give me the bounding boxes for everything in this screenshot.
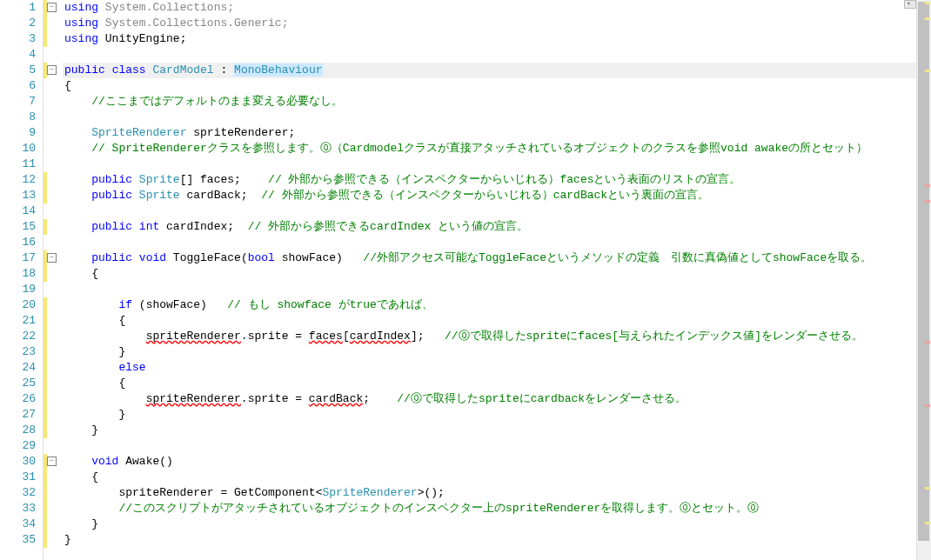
line-number[interactable]: 1 (0, 0, 36, 16)
line-number[interactable]: 30 (0, 454, 36, 470)
code-line[interactable]: { (63, 376, 931, 391)
code-line[interactable]: //このスクリプトがアタッチされているオブジェクトのインスペクター上のsprit… (63, 501, 931, 517)
overview-mark[interactable] (925, 184, 930, 187)
line-number[interactable]: 20 (0, 297, 36, 313)
line-number[interactable]: 8 (0, 110, 36, 125)
fold-toggle-icon[interactable]: − (47, 457, 57, 466)
line-number[interactable]: 15 (0, 219, 36, 235)
overview-mark[interactable] (925, 17, 930, 20)
code-line[interactable]: { (63, 78, 931, 94)
code-token (98, 1, 105, 14)
code-line[interactable]: else (63, 360, 931, 376)
line-number-gutter[interactable]: 1234567891011121314151617181920212223242… (0, 0, 44, 560)
code-line[interactable]: void Awake() (63, 454, 931, 470)
overview-mark[interactable] (925, 341, 930, 343)
line-number[interactable]: 31 (0, 470, 36, 485)
line-number[interactable]: 13 (0, 188, 36, 203)
code-line[interactable]: if (showFace) // もし showface がtrueであれば、 (63, 297, 931, 313)
code-line[interactable]: spriteRenderer.sprite = cardBack; //⓪で取得… (63, 391, 931, 407)
line-number[interactable]: 5 (0, 63, 36, 78)
code-line[interactable]: spriteRenderer = GetComponent<SpriteRend… (63, 485, 931, 501)
line-number[interactable]: 7 (0, 94, 36, 110)
line-number[interactable]: 6 (0, 78, 36, 94)
line-number[interactable]: 34 (0, 517, 36, 532)
code-line[interactable]: SpriteRenderer spriteRenderer; (63, 125, 931, 141)
code-line[interactable]: public Sprite[] faces; // 外部から参照できる（インスペ… (63, 172, 931, 188)
line-number[interactable]: 24 (0, 360, 36, 376)
split-handle-icon[interactable] (904, 0, 916, 9)
fold-margin[interactable]: −−−− (44, 0, 63, 560)
line-number[interactable]: 19 (0, 282, 36, 297)
code-area[interactable]: using System.Collections;using System.Co… (63, 0, 931, 560)
fold-toggle-icon[interactable]: − (47, 3, 57, 12)
fold-toggle-icon[interactable]: − (47, 65, 57, 75)
code-line[interactable]: // SpriteRendererクラスを参照します。⓪（Cardmodelクラ… (63, 141, 931, 157)
code-token: } (64, 345, 125, 358)
vertical-scrollbar[interactable] (916, 0, 931, 560)
line-number[interactable]: 25 (0, 376, 36, 391)
code-line[interactable]: public class CardModel : MonoBehaviour (63, 63, 931, 78)
line-number[interactable]: 28 (0, 423, 36, 438)
overview-mark[interactable] (925, 487, 930, 490)
overview-mark[interactable] (925, 522, 930, 524)
code-line[interactable]: } (63, 517, 931, 532)
line-number[interactable]: 2 (0, 16, 36, 31)
code-token: public (91, 251, 132, 264)
code-line[interactable]: using System.Collections; (63, 0, 931, 16)
code-token: // 外部から参照できる（インスペクターからいじれる）cardBackという裏面… (261, 189, 709, 202)
line-number[interactable]: 32 (0, 485, 36, 501)
code-line[interactable] (63, 282, 931, 297)
change-marker (44, 0, 47, 47)
line-number[interactable]: 27 (0, 407, 36, 423)
code-token: : (214, 63, 234, 77)
line-number[interactable]: 11 (0, 157, 36, 172)
line-number[interactable]: 10 (0, 141, 36, 157)
code-line[interactable]: using System.Collections.Generic; (63, 16, 931, 31)
line-number[interactable]: 29 (0, 438, 36, 454)
line-number[interactable]: 18 (0, 266, 36, 282)
code-line[interactable]: public void ToggleFace(bool showFace) //… (63, 250, 931, 266)
code-token: ]; (411, 330, 445, 343)
line-number[interactable]: 3 (0, 31, 36, 47)
code-line[interactable]: public Sprite cardBack; // 外部から参照できる（インス… (63, 188, 931, 203)
code-line[interactable] (63, 438, 931, 454)
code-line[interactable]: } (63, 407, 931, 423)
code-line[interactable]: { (63, 266, 931, 282)
line-number[interactable]: 9 (0, 125, 36, 141)
code-line[interactable] (63, 203, 931, 219)
line-number[interactable]: 22 (0, 329, 36, 344)
line-number[interactable]: 33 (0, 501, 36, 517)
line-number[interactable]: 26 (0, 391, 36, 407)
code-line[interactable]: { (63, 470, 931, 485)
line-number[interactable]: 12 (0, 172, 36, 188)
overview-mark[interactable] (925, 2, 930, 4)
line-number[interactable]: 4 (0, 47, 36, 63)
line-number[interactable]: 17 (0, 250, 36, 266)
code-line[interactable]: } (63, 423, 931, 438)
code-line[interactable]: } (63, 532, 931, 548)
line-number[interactable]: 35 (0, 532, 36, 548)
code-line[interactable]: public int cardIndex; // 外部から参照できるcardIn… (63, 219, 931, 235)
code-line[interactable] (63, 110, 931, 125)
code-token: // もし showface がtrueであれば、 (227, 298, 433, 311)
code-token: UnityEngine; (98, 32, 186, 45)
code-token: // 外部から参照できるcardIndex という値の宣言。 (248, 220, 528, 233)
fold-toggle-icon[interactable]: − (47, 253, 57, 263)
code-line[interactable]: spriteRenderer.sprite = faces[cardIndex]… (63, 329, 931, 344)
code-line[interactable] (63, 47, 931, 63)
line-number[interactable]: 23 (0, 344, 36, 360)
line-number[interactable]: 16 (0, 235, 36, 250)
line-number[interactable]: 21 (0, 313, 36, 329)
code-line[interactable] (63, 157, 931, 172)
scrollbar-thumb[interactable] (918, 2, 929, 541)
code-token: spriteRenderer = GetComponent< (64, 486, 322, 499)
code-line[interactable]: { (63, 313, 931, 329)
code-line[interactable]: //ここまではデフォルトのまま変える必要なし。 (63, 94, 931, 110)
code-line[interactable] (63, 235, 931, 250)
code-line[interactable]: } (63, 344, 931, 360)
code-line[interactable]: using UnityEngine; (63, 31, 931, 47)
overview-mark[interactable] (925, 404, 930, 407)
line-number[interactable]: 14 (0, 203, 36, 219)
overview-mark[interactable] (925, 200, 930, 203)
overview-mark[interactable] (925, 70, 930, 72)
